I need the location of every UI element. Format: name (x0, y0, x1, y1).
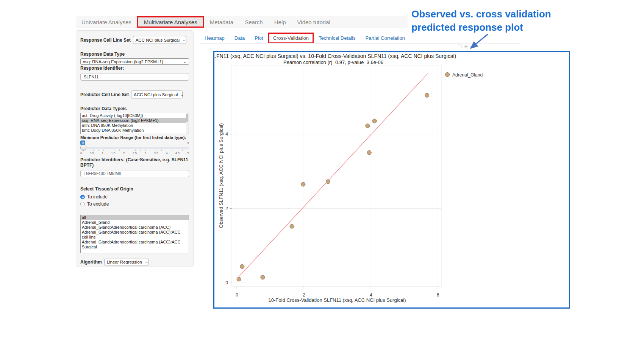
chevron-down-icon: ⌄ (180, 93, 184, 97)
tab-partial-correlation[interactable]: Partial Correlation (361, 35, 410, 41)
slider-tick-label: 2.5 (133, 151, 137, 155)
radio-to-include[interactable]: To include (80, 194, 189, 200)
sidebar-panel: Response Cell Line Set ACC NCI plus Surg… (76, 30, 194, 267)
nav-item-search[interactable]: Search (239, 16, 269, 28)
predictor-cell-line-set-label: Predictor Cell Line Set (80, 92, 129, 97)
data-point[interactable] (425, 93, 429, 97)
radio-button-icon (80, 202, 85, 206)
data-point[interactable] (261, 275, 265, 279)
chevron-down-icon: ⌄ (183, 60, 187, 64)
response-cell-line-set-select[interactable]: ACC NCI plus Surgical⌄ (133, 36, 186, 44)
algorithm-select[interactable]: Linear Regression⌄ (104, 259, 149, 265)
legend-label: Adrenal_Gland (452, 72, 483, 78)
y-tick-label: 0 (225, 280, 228, 286)
list-option-all[interactable]: all (81, 215, 189, 220)
slider-tick-marks (83, 150, 187, 151)
x-tick-label: 6 (437, 292, 439, 298)
tissue-origin-label: Select Tissue/s of Origin (80, 186, 189, 192)
predictor-identifiers-input[interactable] (80, 170, 189, 177)
scatter-chart[interactable]: 0246024 .FN11 (xsq, ACC NCI plus Surgica… (213, 51, 570, 309)
predictor-data-types-label: Predictor Data Type/s (80, 106, 189, 111)
scrollbar-thumb[interactable] (186, 114, 188, 122)
arrow-line (471, 34, 488, 48)
nav-item-multivariate-analyses[interactable]: Multivariate Analyses (137, 16, 204, 28)
tab-heatmap[interactable]: Heatmap (200, 35, 230, 41)
nav-item-univariate-analyses[interactable]: Univariate Analyses (76, 16, 137, 28)
predictor-data-types-listbox[interactable]: act: Drug Activity (-log10[IC50M])xsq: R… (80, 113, 189, 134)
tissue-listbox[interactable]: allAdrenal_GlandAdrenal_Gland:Adrenocort… (80, 215, 189, 253)
slider-tick-label: 2 (123, 151, 125, 155)
list-option-bmt-body-dna-850k-methylation[interactable]: bmt: Body DNA 850K Methylation (81, 128, 189, 133)
chevron-down-icon: ⌄ (182, 38, 186, 42)
chart-title: .FN11 (xsq, ACC NCI plus Surgical) vs. 1… (215, 53, 456, 59)
data-point[interactable] (367, 151, 371, 155)
data-point[interactable] (372, 119, 377, 123)
list-option-adrenal-gland-adrenocortical-carcinoma-a[interactable]: Adrenal_Gland:Adrenocortical carcinoma (… (81, 225, 189, 230)
list-option-adrenal-gland[interactable]: Adrenal_Gland (81, 220, 189, 225)
slider-track[interactable] (80, 147, 189, 149)
x-tick-label: 4 (370, 292, 372, 298)
x-tick-label: 2 (303, 292, 305, 298)
slider-tick-labels: 00.511.522.533.544.55 (80, 151, 189, 155)
slider-tick-label: 3 (144, 151, 146, 155)
legend[interactable]: Adrenal_Gland (445, 72, 483, 78)
slider-tick-label: 0 (80, 151, 82, 155)
tab-plot[interactable]: Plot (250, 35, 268, 41)
tab-technical-details[interactable]: Technical Details (314, 35, 361, 41)
response-data-type-label: Response Data Type (80, 51, 189, 57)
y-tick-label: 4 (225, 131, 228, 137)
nav-item-video-tutorial[interactable]: Video tutorial (292, 16, 336, 28)
cross-validation-plot-panel: 0246024 .FN11 (xsq, ACC NCI plus Surgica… (213, 51, 570, 309)
slider-tick-label: 4 (166, 151, 167, 155)
predictor-cell-line-set-select[interactable]: ACC NCI plus Surgical⌄ (131, 90, 183, 98)
data-point[interactable] (301, 182, 305, 186)
nav-item-help[interactable]: Help (269, 16, 292, 28)
radio-to-exclude[interactable]: To exclude (80, 201, 189, 207)
top-nav: Univariate AnalysesMultivariate Analyses… (76, 16, 408, 28)
annotation-arrow (436, 30, 504, 53)
min-predictor-range-slider: 0 5 00.511.522.533.544.55 (80, 140, 189, 155)
chevron-down-icon: ⌄ (145, 260, 149, 264)
response-data-type-select[interactable]: xsq: RNA-seq Expression (log2 FPKM+1)⌄ (80, 58, 189, 65)
annotation-line1: Observed vs. cross validation (411, 8, 551, 21)
cellminercdb-app: Univariate AnalysesMultivariate Analyses… (0, 0, 644, 362)
plot-area[interactable] (232, 65, 441, 287)
data-point[interactable] (326, 179, 330, 184)
slider-handle[interactable] (80, 145, 86, 151)
chart-subtitle: Pearson correlation (r)=0.97, p-value=3.… (283, 59, 383, 65)
response-identifier-label: Response Identifier: (80, 66, 189, 71)
slider-tick-label: 1.5 (111, 151, 115, 155)
nav-item-metadata[interactable]: Metadata (204, 16, 239, 28)
data-point[interactable] (366, 124, 370, 128)
regression-line (239, 73, 428, 277)
tab-cross-validation[interactable]: Cross-Validation (268, 33, 314, 44)
slider-tick-label: 0.5 (90, 151, 94, 155)
data-point[interactable] (237, 277, 241, 281)
response-cell-line-set-label: Response Cell Line Set (80, 37, 131, 43)
y-axis-title: Observed SLFN11 (xsq, ACC NCI plus Surgi… (218, 123, 224, 228)
data-point[interactable] (290, 224, 294, 228)
min-predictor-range-label: Minimum Predictor Range (for first liste… (80, 135, 189, 140)
slider-tick-label: 5 (187, 151, 189, 155)
data-point[interactable] (240, 264, 244, 268)
result-tabs: HeatmapDataPlotCross-ValidationTechnical… (200, 33, 410, 44)
x-axis-title: 10-Fold Cross-Validation SLFN11 (xsq, AC… (269, 297, 406, 303)
list-option-act-drug-activity-log10-ic50m[interactable]: act: Drug Activity (-log10[IC50M]) (81, 113, 189, 118)
scrollbar[interactable] (186, 113, 189, 134)
slider-tick-label: 4.5 (175, 151, 180, 155)
list-option-adrenal-gland-adrenocortical-carcinoma-a[interactable]: Adrenal_Gland:Adrenocortical carcinoma (… (81, 230, 189, 240)
algorithm-label: Algorithm (80, 259, 102, 265)
response-identifier-input[interactable] (80, 73, 189, 81)
list-option-xsq-rna-seq-expression-log2-fpkm-1[interactable]: xsq: RNA-seq Expression (log2 FPKM+1) (81, 118, 189, 123)
predictor-identifiers-label: Predictor Identifiers: (Case-Sensitive, … (80, 157, 189, 168)
list-option-adrenal-gland-adrenocortical-carcinoma-a[interactable]: Adrenal_Gland:Adrenocortical carcinoma (… (81, 240, 189, 250)
tab-data[interactable]: Data (230, 35, 250, 41)
radio-button-icon (80, 195, 85, 199)
y-tick-label: 2 (225, 206, 228, 211)
list-option-mth-dna-850k-methylation[interactable]: mth: DNA 850K Methylation (81, 123, 189, 128)
slider-tick-label: 3.5 (154, 151, 158, 155)
legend-marker-icon (445, 73, 450, 77)
x-tick-label: 0 (236, 292, 238, 298)
slider-tick-label: 1 (102, 151, 103, 155)
slider-max-label: 5 (188, 141, 189, 145)
